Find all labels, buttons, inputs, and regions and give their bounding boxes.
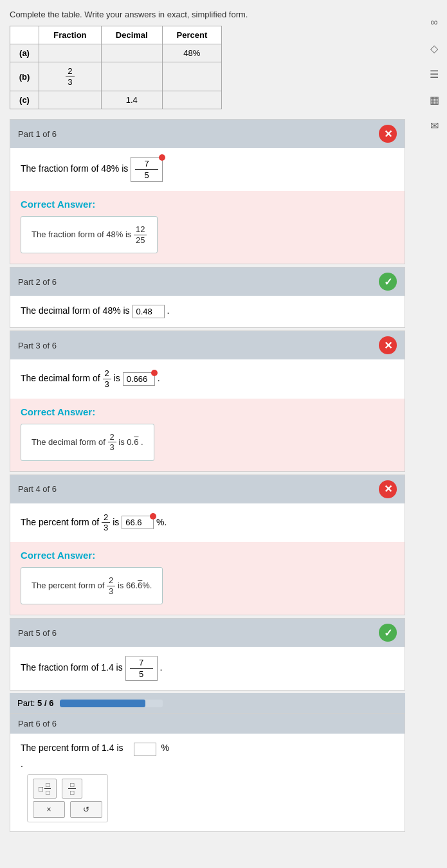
- part-5-section: Part 5 of 6 ✓ The fraction form of 1.4 i…: [10, 618, 405, 691]
- part-2-body: The decimal form of 48% is 0.48 .: [10, 296, 405, 327]
- table-container: Fraction Decimal Percent (a) 48% (b) 2: [10, 26, 405, 109]
- part-6-body-text: The percent form of 1.4 is: [21, 743, 123, 753]
- part-4-text-pre: The percent form of: [21, 517, 99, 527]
- part-4-body: The percent form of 2 3 is 66.6 %.: [10, 503, 405, 542]
- infinity-icon[interactable]: ∞: [424, 13, 444, 32]
- fraction-decimal-percent-table: Fraction Decimal Percent (a) 48% (b) 2: [10, 26, 222, 109]
- part-2-header: Part 2 of 6 ✓: [10, 267, 405, 296]
- row-a-decimal: [101, 44, 162, 62]
- correct-answer-box: The fraction form of 48% is 12 25: [21, 216, 158, 253]
- mixed-number-button[interactable]: □ □ □: [33, 779, 57, 799]
- row-c-percent: [162, 91, 221, 109]
- correct-frac-4: 2 3: [107, 575, 115, 596]
- col-header-percent: Percent: [162, 26, 221, 44]
- row-a-fraction: [39, 44, 102, 62]
- grid-icon[interactable]: ▦: [424, 90, 444, 109]
- part-1-body-text: The fraction form of 48% is: [21, 163, 128, 174]
- table-row: (a) 48%: [10, 44, 222, 62]
- error-indicator: [159, 154, 165, 161]
- part-5-header: Part 5 of 6 ✓: [10, 619, 405, 647]
- part-6-percent-label: %: [161, 743, 169, 753]
- part-3-body: The decimal form of 2 3 is 0.666 .: [10, 359, 405, 398]
- list-icon[interactable]: ☰: [424, 64, 444, 84]
- undo-button[interactable]: ↺: [70, 801, 102, 818]
- part-5-status-icon: ✓: [379, 624, 397, 642]
- diamond-icon[interactable]: ◇: [424, 39, 444, 58]
- part-3-status-icon: ✕: [379, 336, 397, 354]
- part-6-label: Part 6 of 6: [18, 719, 57, 728]
- correct-answer-title-3: Correct Answer:: [21, 406, 394, 417]
- table-row: (c) 1.4: [10, 91, 222, 109]
- col-header-fraction: Fraction: [39, 26, 102, 44]
- math-toolbar: □ □ □ □ □ × ↺: [27, 774, 108, 822]
- part-6-answer-input[interactable]: [134, 743, 156, 756]
- part-5-user-answer[interactable]: 7 5: [125, 656, 158, 681]
- row-b-fraction: 2 3: [39, 62, 102, 91]
- part-5-label: Part 5 of 6: [18, 628, 57, 638]
- part-2-user-answer[interactable]: 0.48: [132, 305, 165, 318]
- row-label-a: (a): [10, 44, 39, 62]
- clear-button[interactable]: ×: [33, 801, 65, 818]
- part-6-header: Part 6 of 6: [10, 714, 405, 734]
- part-3-fraction: 2 3: [103, 368, 111, 389]
- progress-label: Part: 5 / 6: [17, 698, 53, 708]
- col-header-empty: [10, 26, 39, 44]
- part-4-status-icon: ✕: [379, 480, 397, 498]
- math-toolbar-bottom-row: × ↺: [33, 801, 102, 818]
- correct-answer-title: Correct Answer:: [21, 199, 394, 210]
- error-indicator: [150, 513, 156, 520]
- mail-icon[interactable]: ✉: [424, 116, 444, 135]
- part-2-label: Part 2 of 6: [18, 277, 57, 287]
- row-b-percent: [162, 62, 221, 91]
- math-toolbar-top-row: □ □ □ □ □: [33, 779, 102, 799]
- correct-answer-box-3: The decimal form of 2 3 is 0.6 .: [21, 424, 154, 461]
- correct-answer-box-4: The percent form of 2 3 is 66.6%.: [21, 567, 163, 604]
- sidebar-icons: ∞ ◇ ☰ ▦ ✉: [424, 13, 444, 135]
- progress-bar-outer: [60, 700, 163, 707]
- part-6-body: The percent form of 1.4 is % . □ □ □: [10, 734, 405, 831]
- correct-fraction-12-25: 12 25: [134, 224, 147, 245]
- correct-answer-title-4: Correct Answer:: [21, 550, 394, 561]
- part-3-section: Part 3 of 6 ✕ The decimal form of 2 3 is…: [10, 330, 405, 471]
- part-6-dot: .: [21, 759, 394, 769]
- row-label-b: (b): [10, 62, 39, 91]
- part-6-input-area: The percent form of 1.4 is %: [21, 743, 394, 756]
- part-3-correct-answer: Correct Answer: The decimal form of 2 3 …: [10, 399, 405, 471]
- part-2-body-text: The decimal form of 48% is: [21, 306, 130, 316]
- correct-answer-text: The fraction form of 48% is: [32, 230, 131, 239]
- part-4-suffix: %.: [156, 517, 167, 527]
- part-1-section: Part 1 of 6 ✕ The fraction form of 48% i…: [10, 119, 405, 264]
- error-indicator: [151, 370, 158, 376]
- part-5-body-text: The fraction form of 1.4 is: [21, 662, 123, 673]
- part-4-section: Part 4 of 6 ✕ The percent form of 2 3 is…: [10, 475, 405, 615]
- progress-bar-section: Part: 5 / 6: [10, 693, 405, 713]
- part-1-header: Part 1 of 6 ✕: [10, 120, 405, 148]
- row-label-c: (c): [10, 91, 39, 109]
- part-3-header: Part 3 of 6 ✕: [10, 331, 405, 359]
- fraction-button[interactable]: □ □: [62, 779, 82, 799]
- part-3-text-pre: The decimal form of: [21, 373, 100, 383]
- fraction-2-3: 2 3: [66, 66, 74, 87]
- part-4-fraction: 2 3: [102, 512, 110, 533]
- correct-text-pre-4: The percent form of: [32, 580, 104, 590]
- instructions-text: Complete the table. Write your answers i…: [10, 10, 405, 19]
- row-a-percent: 48%: [162, 44, 221, 62]
- table-row: (b) 2 3: [10, 62, 222, 91]
- part-2-section: Part 2 of 6 ✓ The decimal form of 48% is…: [10, 267, 405, 328]
- part-1-user-answer[interactable]: 7 5: [131, 157, 163, 182]
- part-6-section: Part 6 of 6 The percent form of 1.4 is %…: [10, 713, 405, 832]
- part-3-user-answer[interactable]: 0.666: [123, 372, 155, 386]
- correct-text-pre-3: The decimal form of: [32, 437, 105, 446]
- part-1-status-icon: ✕: [379, 125, 397, 143]
- part-4-user-answer[interactable]: 66.6: [122, 516, 154, 529]
- col-header-decimal: Decimal: [101, 26, 162, 44]
- row-c-decimal: 1.4: [101, 91, 162, 109]
- part-4-correct-answer: Correct Answer: The percent form of 2 3 …: [10, 542, 405, 615]
- part-4-label: Part 4 of 6: [18, 484, 57, 494]
- part-4-header: Part 4 of 6 ✕: [10, 475, 405, 503]
- part-1-body: The fraction form of 48% is 7 5: [10, 148, 405, 191]
- part-1-label: Part 1 of 6: [18, 129, 57, 139]
- correct-frac-3: 2 3: [108, 432, 116, 453]
- row-b-decimal: [101, 62, 162, 91]
- part-2-status-icon: ✓: [379, 273, 397, 291]
